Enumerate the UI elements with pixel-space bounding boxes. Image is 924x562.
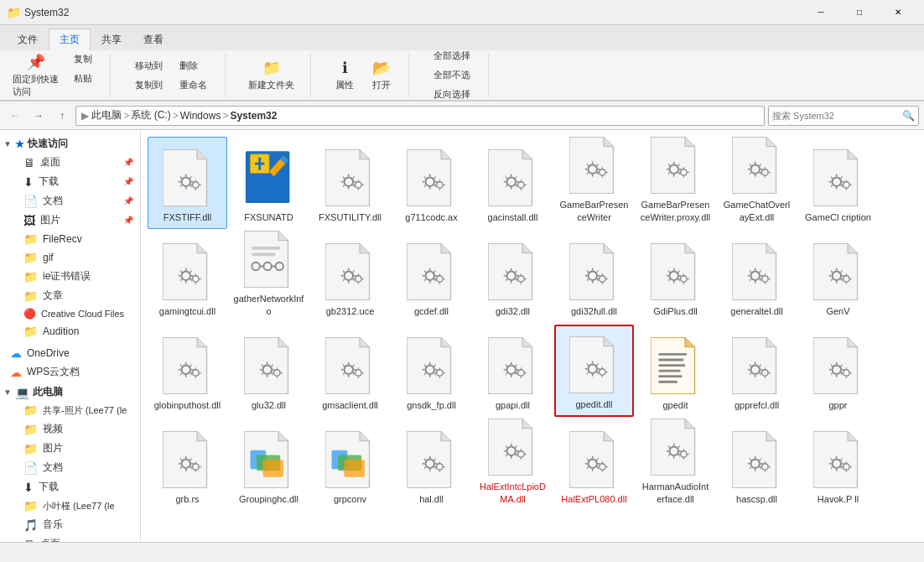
file-item[interactable]: gnsdk_fp.dll xyxy=(392,325,471,417)
select-all-button[interactable]: 全部选择 xyxy=(426,47,478,65)
file-item[interactable]: GameChatOverlayExt.dll xyxy=(717,137,797,229)
path-system32[interactable]: System32 xyxy=(230,110,277,122)
sidebar-item-filerecv[interactable]: 📁 FileRecv xyxy=(13,230,140,248)
file-item[interactable]: glu32.dll xyxy=(229,325,309,417)
tab-share[interactable]: 共享 xyxy=(91,29,132,50)
tab-file[interactable]: 文件 xyxy=(7,29,49,50)
sidebar-item-downloads[interactable]: ⬇ 下载 📌 xyxy=(13,172,140,191)
sidebar-item-creative-cloud[interactable]: 🔴 Creative Cloud Files xyxy=(13,305,140,322)
file-item[interactable]: GdiPlus.dll xyxy=(636,231,715,323)
svg-rect-131 xyxy=(344,460,364,477)
search-box[interactable]: 🔍 xyxy=(768,106,919,126)
select-none-button[interactable]: 全部不选 xyxy=(426,66,478,84)
rename-button[interactable]: 重命名 xyxy=(172,76,215,94)
paste-button[interactable]: 粘贴 xyxy=(66,70,100,87)
sidebar-item-audition[interactable]: 📁 Audition xyxy=(13,322,140,341)
file-name: gatherNetworkInfo xyxy=(233,293,304,317)
file-item[interactable]: g711codc.ax xyxy=(392,137,471,229)
path-pc[interactable]: 此电脑 xyxy=(91,108,122,122)
file-item[interactable]: gdi32full.dll xyxy=(554,231,634,323)
sidebar-item-music[interactable]: 🎵 音乐 xyxy=(13,515,140,534)
file-item[interactable]: hascsp.dll xyxy=(717,419,797,511)
file-item[interactable]: GameCl cription xyxy=(798,137,878,229)
file-item[interactable]: gamingtcui.dll xyxy=(148,231,227,323)
file-item[interactable]: generaltel.dll xyxy=(717,231,797,323)
svg-marker-95 xyxy=(522,337,532,346)
sidebar-item-video[interactable]: 📁 视频 xyxy=(13,419,140,439)
docs-icon: 📄 xyxy=(23,195,38,208)
up-button[interactable]: ↑ xyxy=(52,106,72,126)
sidebar-item-wps[interactable]: ☁ WPS云文档 xyxy=(0,362,140,382)
file-item[interactable]: gpprefcl.dll xyxy=(717,325,797,417)
sidebar-item-xiaoyegui[interactable]: 📁 小叶槿 (Lee77 (le xyxy=(13,497,140,515)
sidebar-item-gif[interactable]: 📁 gif xyxy=(13,248,140,267)
sidebar-item-downloads2[interactable]: ⬇ 下载 xyxy=(13,477,140,497)
share-photos-icon: 📁 xyxy=(23,403,38,417)
file-icon xyxy=(483,148,543,208)
move-to-button[interactable]: 移动到 xyxy=(127,57,170,75)
sidebar-item-desktop[interactable]: 🖥 桌面 📌 xyxy=(13,153,140,172)
file-item[interactable]: grpconv xyxy=(310,419,390,511)
file-item[interactable]: gdi32.dll xyxy=(473,231,553,323)
file-item[interactable]: HarmanAudioInterface.dll xyxy=(636,419,715,511)
file-item[interactable]: gb2312.uce xyxy=(310,231,390,323)
this-pc-header[interactable]: ▼ 💻 此电脑 xyxy=(0,382,140,401)
main-layout: ▼ ★ 快速访问 🖥 桌面 📌 ⬇ 下载 📌 📄 文档 📌 xyxy=(0,130,924,543)
file-item[interactable]: Groupinghc.dll xyxy=(229,419,309,511)
open-button[interactable]: 📂 打开 xyxy=(365,56,398,94)
invert-select-button[interactable]: 反向选择 xyxy=(426,86,478,103)
file-item[interactable]: HalExtIntcLpioDMA.dll xyxy=(473,419,553,511)
back-button[interactable]: ← xyxy=(5,106,25,126)
pin-button[interactable]: 📌 固定到快速访问 xyxy=(7,50,65,101)
sidebar-item-pictures[interactable]: 🖼 图片 📌 xyxy=(13,211,140,230)
sidebar-item-docs2[interactable]: 📄 文档 xyxy=(13,458,140,477)
close-button[interactable]: ✕ xyxy=(879,0,917,25)
delete-button[interactable]: 删除 xyxy=(172,57,215,75)
file-name: globinputhost.dll xyxy=(154,399,221,411)
sidebar-item-onedrive[interactable]: ☁ OneDrive xyxy=(0,344,140,362)
file-item[interactable]: gcdef.dll xyxy=(392,231,471,323)
minimize-button[interactable]: ─ xyxy=(802,0,840,25)
search-input[interactable] xyxy=(772,111,902,121)
svg-marker-87 xyxy=(360,337,369,346)
file-item[interactable]: GameBarPresenceWriter xyxy=(554,137,634,229)
file-item[interactable]: gatherNetworkInfo xyxy=(229,231,309,323)
new-folder-button[interactable]: 📁 新建文件夹 xyxy=(242,56,300,94)
file-item[interactable]: grb.rs xyxy=(148,419,227,511)
file-item[interactable]: FXSUNATD xyxy=(229,137,309,229)
sidebar-item-pictures2[interactable]: 📁 图片 xyxy=(13,439,140,458)
file-item[interactable]: hal.dll xyxy=(392,419,471,511)
copy-to-button[interactable]: 复制到 xyxy=(127,76,170,94)
file-item[interactable]: globinputhost.dll xyxy=(148,325,227,417)
path-windows[interactable]: Windows xyxy=(180,110,221,122)
ribbon-content: 📌 固定到快速访问 复制 粘贴 移动到 复制到 删除 重命名 xyxy=(0,50,924,101)
file-item[interactable]: HalExtPL080.dll xyxy=(554,419,634,511)
sidebar-item-share-photos[interactable]: 📁 共享-照片 (Lee77 (le xyxy=(13,401,140,419)
sidebar-item-docs[interactable]: 📄 文档 📌 xyxy=(13,191,140,211)
maximize-button[interactable]: □ xyxy=(840,0,879,25)
file-item[interactable]: FXSUTILITY.dll xyxy=(310,137,390,229)
file-item[interactable]: gppr xyxy=(798,325,878,417)
tab-home[interactable]: 主页 xyxy=(49,29,91,50)
file-item[interactable]: FXSTIFF.dll xyxy=(148,137,227,229)
address-path[interactable]: ▶ 此电脑 > 系统 (C:) > Windows > System32 xyxy=(75,106,765,126)
file-item[interactable]: gmsaclient.dll xyxy=(310,325,390,417)
file-area[interactable]: FXSTIFF.dll FXSUNATD xyxy=(141,130,924,543)
sidebar-item-ie-cert[interactable]: 📁 ie证书错误 xyxy=(13,267,140,286)
path-c[interactable]: 系统 (C:) xyxy=(131,108,170,122)
forward-button[interactable]: → xyxy=(29,106,49,126)
sidebar-item-article[interactable]: 📁 文章 xyxy=(13,286,140,305)
file-item[interactable]: GenV xyxy=(798,231,878,323)
file-item[interactable]: Havok.P ll xyxy=(798,419,878,511)
file-item[interactable]: gpedit xyxy=(636,325,715,417)
file-item[interactable]: gpedit.dll xyxy=(554,325,634,417)
copy-button[interactable]: 复制 xyxy=(66,50,100,68)
file-item[interactable]: gpapi.dll xyxy=(473,325,553,417)
quick-access-header[interactable]: ▼ ★ 快速访问 xyxy=(0,133,140,153)
file-item[interactable]: gacinstall.dll xyxy=(473,137,553,229)
file-item[interactable]: GameBarPresenceWriter.proxy.dll xyxy=(636,137,715,229)
properties-button[interactable]: ℹ 属性 xyxy=(328,56,361,94)
tab-view[interactable]: 查看 xyxy=(132,29,174,50)
path-segment-0[interactable]: ▶ xyxy=(81,110,91,122)
svg-marker-75 xyxy=(848,243,857,252)
